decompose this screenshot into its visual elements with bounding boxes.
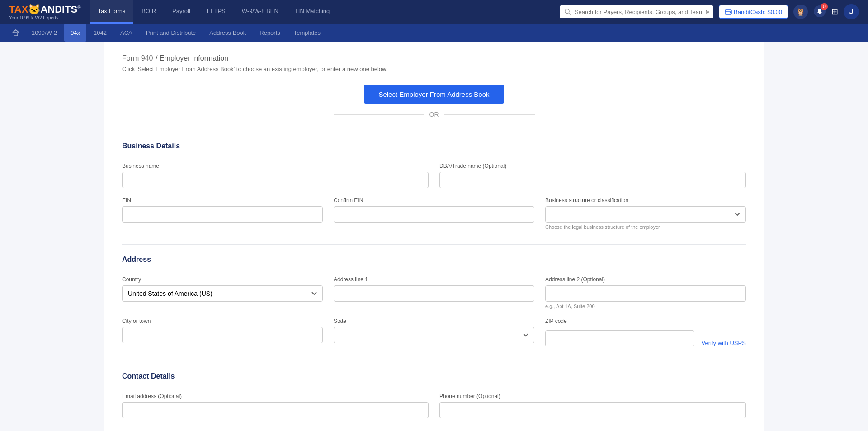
contact-row: Email address (Optional) Phone number (O… <box>122 393 746 418</box>
business-structure-hint: Choose the legal business structure of t… <box>545 224 746 230</box>
dba-name-label: DBA/Trade name (Optional) <box>439 163 746 169</box>
tab-tin-matching[interactable]: TIN Matching <box>287 0 338 24</box>
form-title: Form 940 <box>122 54 153 62</box>
business-structure-select[interactable]: Sole Proprietor Partnership Corporation … <box>545 206 746 223</box>
ein-row: EIN Confirm EIN Business structure or cl… <box>122 197 746 230</box>
city-label: City or town <box>122 318 323 324</box>
business-name-group: Business name <box>122 163 429 188</box>
address2-input[interactable] <box>545 285 746 302</box>
phone-group: Phone number (Optional) <box>439 393 746 418</box>
city-input[interactable] <box>122 327 323 343</box>
secondary-navigation: 1099/W-2 94x 1042 ACA Print and Distribu… <box>0 24 868 42</box>
address-section: Address Country United States of America… <box>122 244 746 346</box>
avatar[interactable]: J <box>844 4 859 19</box>
svg-point-0 <box>565 9 569 13</box>
svg-point-3 <box>730 12 731 13</box>
bandit-cash-button[interactable]: BanditCash: $0.00 <box>719 5 788 19</box>
address2-label: Address line 2 (Optional) <box>545 276 746 283</box>
city-group: City or town <box>122 318 323 343</box>
dba-name-input[interactable] <box>439 172 746 188</box>
contact-section-title: Contact Details <box>122 372 746 384</box>
logo-text: TAX🐱ANDITS® <box>9 4 81 15</box>
search-icon <box>564 8 571 15</box>
zip-input[interactable] <box>545 330 694 346</box>
tab-w9-w8ben[interactable]: W-9/W-8 BEN <box>234 0 287 24</box>
main-content: Form 940 / Employer Information Click 'S… <box>104 42 764 431</box>
city-state-zip-row: City or town State ALAKAZAR CACOCTDE FLG… <box>122 318 746 346</box>
ein-label: EIN <box>122 197 323 204</box>
search-box[interactable] <box>560 5 713 18</box>
address1-input[interactable] <box>334 285 534 302</box>
phone-label: Phone number (Optional) <box>439 393 746 399</box>
tab-boir[interactable]: BOIR <box>133 0 164 24</box>
address-divider <box>122 244 746 245</box>
phone-input[interactable] <box>439 402 746 418</box>
svg-rect-5 <box>14 33 18 36</box>
business-details-section: Business Details Business name DBA/Trade… <box>122 131 746 230</box>
business-name-input[interactable] <box>122 172 429 188</box>
address2-hint: e.g., Apt 1A, Suite 200 <box>545 303 746 309</box>
country-label: Country <box>122 276 323 283</box>
tab-tax-forms[interactable]: Tax Forms <box>90 0 134 24</box>
grid-icon[interactable]: ⊞ <box>831 7 838 17</box>
nav-templates[interactable]: Templates <box>288 24 327 42</box>
ein-group: EIN <box>122 197 323 223</box>
state-select[interactable]: ALAKAZAR CACOCTDE FLGAHIID ILINIAKS KYLA… <box>334 327 534 343</box>
owl-icon[interactable]: 🦉 <box>793 5 808 19</box>
verify-usps-link[interactable]: Verify with USPS <box>702 340 746 346</box>
page-title: Form 940 / Employer Information <box>122 52 746 63</box>
svg-line-1 <box>569 13 571 15</box>
or-divider: OR <box>122 111 746 118</box>
address2-group: Address line 2 (Optional) e.g., Apt 1A, … <box>545 276 746 309</box>
dba-name-group: DBA/Trade name (Optional) <box>439 163 746 188</box>
country-select[interactable]: United States of America (US) Canada Mex… <box>122 285 323 302</box>
address1-label: Address line 1 <box>334 276 534 283</box>
state-label: State <box>334 318 534 324</box>
select-employer-button[interactable]: Select Employer From Address Book <box>364 85 504 104</box>
contact-divider <box>122 361 746 361</box>
business-structure-group: Business structure or classification Sol… <box>545 197 746 230</box>
bandit-cash-label: BanditCash: $0.00 <box>734 9 782 15</box>
state-group: State ALAKAZAR CACOCTDE FLGAHIID ILINIAK… <box>334 318 534 343</box>
email-label: Email address (Optional) <box>122 393 429 399</box>
confirm-ein-label: Confirm EIN <box>334 197 534 204</box>
form-subtitle: / Employer Information <box>156 54 228 62</box>
logo[interactable]: TAX🐱ANDITS® Your 1099 & W2 Experts <box>9 4 81 20</box>
address-section-title: Address <box>122 256 746 267</box>
confirm-ein-input[interactable] <box>334 206 534 223</box>
notification-badge: 0 <box>821 3 828 10</box>
page-instruction: Click 'Select Employer From Address Book… <box>122 66 746 72</box>
business-name-label: Business name <box>122 163 429 169</box>
nav-1042[interactable]: 1042 <box>87 24 113 42</box>
email-group: Email address (Optional) <box>122 393 429 418</box>
zip-label: ZIP code <box>545 318 746 324</box>
email-input[interactable] <box>122 402 429 418</box>
tab-payroll[interactable]: Payroll <box>164 0 198 24</box>
country-row: Country United States of America (US) Ca… <box>122 276 746 309</box>
nav-address-book[interactable]: Address Book <box>203 24 252 42</box>
wallet-icon <box>725 8 732 15</box>
nav-94x[interactable]: 94x <box>64 24 86 42</box>
top-navigation: TAX🐱ANDITS® Your 1099 & W2 Experts Tax F… <box>0 0 868 24</box>
nav-print-distribute[interactable]: Print and Distribute <box>140 24 203 42</box>
notification-button[interactable]: 0 <box>813 5 826 19</box>
address1-group: Address line 1 <box>334 276 534 302</box>
contact-details-section: Contact Details Email address (Optional)… <box>122 361 746 418</box>
business-details-title: Business Details <box>122 142 746 154</box>
zip-group: ZIP code Verify with USPS <box>545 318 746 346</box>
confirm-ein-group: Confirm EIN <box>334 197 534 223</box>
logo-tagline: Your 1099 & W2 Experts <box>9 15 81 20</box>
ein-input[interactable] <box>122 206 323 223</box>
section-divider <box>122 131 746 131</box>
business-structure-label: Business structure or classification <box>545 197 746 204</box>
nav-aca[interactable]: ACA <box>114 24 139 42</box>
business-name-row: Business name DBA/Trade name (Optional) <box>122 163 746 188</box>
nav-1099-w2[interactable]: 1099/W-2 <box>25 24 63 42</box>
or-text: OR <box>429 111 439 118</box>
svg-rect-2 <box>725 10 731 14</box>
country-group: Country United States of America (US) Ca… <box>122 276 323 302</box>
nav-reports[interactable]: Reports <box>253 24 287 42</box>
tab-eftps[interactable]: EFTPS <box>198 0 234 24</box>
search-input[interactable] <box>575 9 709 15</box>
home-button[interactable] <box>7 24 24 42</box>
